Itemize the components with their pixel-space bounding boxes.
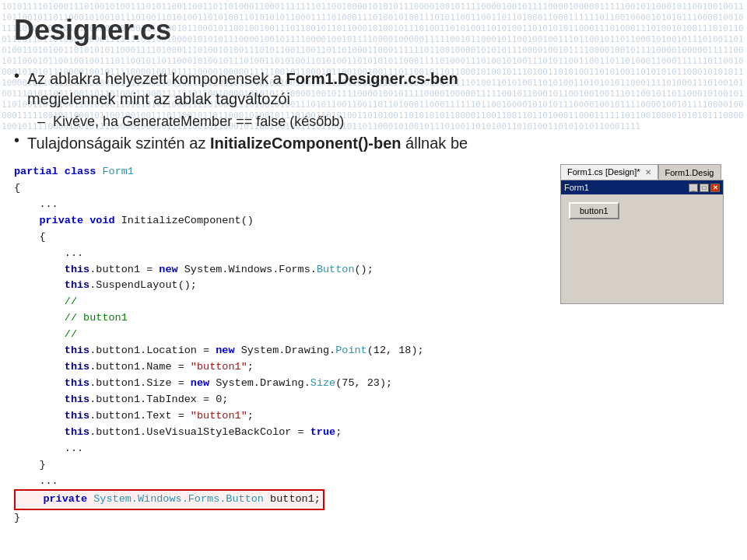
sub-bullet-1: – Kivéve, ha GenerateMember == false (ké… bbox=[37, 114, 724, 130]
vs-form-title: Form1 bbox=[564, 183, 589, 192]
code-line-8: this.SuspendLayout(); bbox=[14, 278, 545, 294]
code-line-15: this.button1.TabIndex = 0; bbox=[14, 392, 545, 408]
vs-tabs-bar: Form1.cs [Design]* ✕ Form1.Desig bbox=[560, 164, 724, 180]
code-line-14: this.button1.Size = new System.Drawing.S… bbox=[14, 376, 545, 392]
code-line-6: ... bbox=[14, 246, 545, 262]
code-line-7: this.button1 = new System.Windows.Forms.… bbox=[14, 262, 545, 278]
vs-form-titlebar: Form1 _ □ ✕ bbox=[561, 180, 723, 194]
minimize-icon: _ bbox=[692, 184, 695, 191]
bullet-item-2: • Tulajdonságaik szintén az InitializeCo… bbox=[14, 133, 724, 153]
sub-bullet-text-1: Kivéve, ha GenerateMember == false (késő… bbox=[53, 114, 344, 130]
content-area: Designer.cs • Az ablakra helyezett kompo… bbox=[0, 0, 747, 541]
maximize-icon: □ bbox=[703, 184, 707, 191]
minimize-button[interactable]: _ bbox=[689, 184, 698, 192]
vs-tab-code-label: Form1.Desig bbox=[665, 168, 714, 177]
sub-bullet-dash-1: – bbox=[37, 114, 45, 130]
code-line-highlighted: private System.Windows.Forms.Button butt… bbox=[14, 489, 545, 510]
code-area: partial class Form1 { ... private void I… bbox=[14, 164, 724, 527]
code-line-9: // bbox=[14, 294, 545, 310]
maximize-button[interactable]: □ bbox=[700, 184, 709, 192]
close-button[interactable]: ✕ bbox=[710, 184, 720, 192]
vs-designer-panel: Form1.cs [Design]* ✕ Form1.Desig Form1 _… bbox=[560, 164, 724, 304]
vs-tab-design-label: Form1.cs [Design]* bbox=[567, 167, 640, 177]
vs-form-body: button1 bbox=[561, 194, 723, 303]
vs-window-controls: _ □ ✕ bbox=[689, 184, 720, 192]
bullet-item-1: • Az ablakra helyezett komponensek a For… bbox=[14, 68, 724, 109]
code-line-22: } bbox=[14, 510, 545, 527]
code-block: partial class Form1 { ... private void I… bbox=[14, 164, 545, 527]
vs-form-container: Form1 _ □ ✕ button1 bbox=[560, 180, 724, 304]
code-line-11: // bbox=[14, 327, 545, 343]
code-line-20: ... bbox=[14, 474, 545, 490]
code-line-12: this.button1.Location = new System.Drawi… bbox=[14, 343, 545, 359]
bullet-text-1: Az ablakra helyezett komponensek a Form1… bbox=[27, 68, 458, 109]
code-line-2: { bbox=[14, 180, 545, 197]
vs-tab-code[interactable]: Form1.Desig bbox=[658, 164, 721, 180]
code-line-13: this.button1.Name = "button1"; bbox=[14, 359, 545, 376]
vs-tab-design[interactable]: Form1.cs [Design]* ✕ bbox=[560, 164, 658, 180]
page-title: Designer.cs bbox=[14, 14, 724, 47]
bullet-text-2: Tulajdonságaik szintén az InitializeComp… bbox=[27, 133, 468, 153]
code-line-3: ... bbox=[14, 197, 545, 213]
vs-tab-close-icon[interactable]: ✕ bbox=[645, 168, 651, 177]
vs-form-button1[interactable]: button1 bbox=[569, 202, 619, 219]
code-line-19: } bbox=[14, 457, 545, 474]
code-line-17: this.button1.UseVisualStyleBackColor = t… bbox=[14, 425, 545, 441]
code-line-1: partial class Form1 bbox=[14, 164, 545, 180]
close-icon: ✕ bbox=[713, 184, 718, 191]
code-line-18: ... bbox=[14, 441, 545, 457]
bullet-icon-1: • bbox=[14, 67, 19, 85]
bullet-section: • Az ablakra helyezett komponensek a For… bbox=[14, 68, 724, 153]
bullet-icon-2: • bbox=[14, 131, 19, 149]
code-line-5: { bbox=[14, 229, 545, 246]
code-line-16: this.button1.Text = "button1"; bbox=[14, 408, 545, 425]
code-line-10: // button1 bbox=[14, 310, 545, 327]
code-line-4: private void InitializeComponent() bbox=[14, 213, 545, 229]
